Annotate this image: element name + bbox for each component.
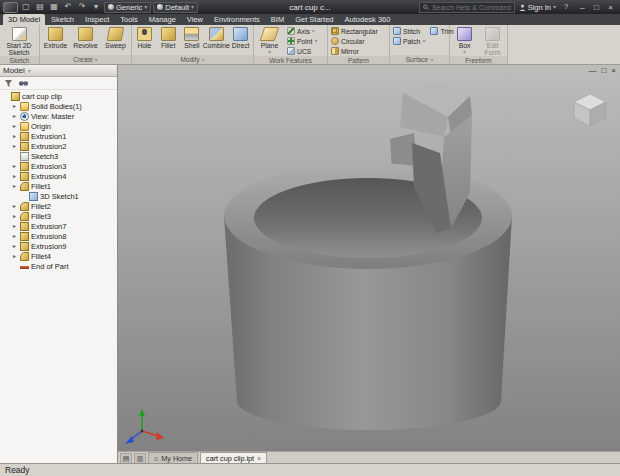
mirror-button[interactable]: Mirror — [329, 46, 380, 56]
button-label: Shell — [184, 42, 199, 49]
expand-arrow-icon[interactable]: ▸ — [11, 141, 18, 151]
sign-in-button[interactable]: Sign In ▾ — [519, 3, 556, 12]
ribbon-tab-manage[interactable]: Manage — [144, 14, 181, 25]
edit-form-button[interactable]: Edit Form — [479, 26, 506, 56]
revolve-button[interactable]: Revolve — [71, 26, 100, 49]
panel-label-surface[interactable]: Surface▾ — [390, 55, 449, 64]
material-select[interactable]: Generic ▾ — [104, 2, 151, 13]
redo-icon[interactable]: ↷ — [76, 1, 88, 13]
ribbon-tab-view[interactable]: View — [182, 14, 208, 25]
qat-customize-icon[interactable]: ▾ — [90, 1, 102, 13]
tab-list-icon[interactable]: ▥ — [134, 453, 146, 463]
tree-item[interactable]: ▸Fillet1 — [0, 181, 117, 191]
ribbon-tab-sketch[interactable]: Sketch — [46, 14, 79, 25]
direct-edit-icon — [233, 27, 248, 41]
start-2d-sketch-button[interactable]: Start 2D Sketch — [1, 26, 37, 56]
tree-item[interactable]: Sketch3 — [0, 151, 117, 161]
help-icon[interactable]: ? — [560, 1, 572, 13]
tree-item[interactable]: ▸Extrusion8 — [0, 231, 117, 241]
expand-arrow-icon[interactable]: ▸ — [11, 121, 18, 131]
freeform-box-button[interactable]: Box▾ — [451, 26, 478, 55]
panel-label-create[interactable]: Create▾ — [40, 55, 131, 64]
hole-button[interactable]: Hole — [133, 26, 156, 49]
button-label: Edit Form — [479, 42, 506, 56]
tree-item[interactable]: ▸View: Master — [0, 111, 117, 121]
tree-item[interactable]: cart cup clip — [0, 91, 117, 101]
fillet-button[interactable]: Fillet — [157, 26, 180, 49]
tree-item[interactable]: ▸Extrusion3 — [0, 161, 117, 171]
document-window-controls: — □ × — [588, 66, 616, 75]
tree-item[interactable]: ▸Extrusion7 — [0, 221, 117, 231]
expand-arrow-icon[interactable]: ▸ — [11, 181, 18, 191]
rectangular-pattern-button[interactable]: Rectangular — [329, 26, 380, 36]
ribbon-tab-get-started[interactable]: Get Started — [290, 14, 338, 25]
shell-button[interactable]: Shell — [181, 26, 204, 49]
expand-arrow-icon[interactable]: ▸ — [11, 101, 18, 111]
find-icon[interactable] — [18, 79, 29, 88]
help-search[interactable] — [419, 2, 515, 13]
tree-item[interactable]: ▸Fillet3 — [0, 211, 117, 221]
close-button[interactable]: × — [604, 2, 617, 13]
new-icon[interactable]: ▢ — [20, 1, 32, 13]
point-button[interactable]: Point▾ — [285, 36, 320, 46]
expand-arrow-icon[interactable]: ▸ — [11, 201, 18, 211]
ribbon-tab-bim[interactable]: BIM — [266, 14, 289, 25]
panel-label-text: Freeform — [465, 57, 491, 64]
open-icon[interactable]: ▤ — [34, 1, 46, 13]
sweep-button[interactable]: Sweep — [101, 26, 130, 49]
ribbon-tab-tools[interactable]: Tools — [115, 14, 143, 25]
expand-arrow-icon[interactable]: ▸ — [11, 231, 18, 241]
axis-button[interactable]: Axis▾ — [285, 26, 320, 36]
expand-arrow-icon[interactable]: ▸ — [11, 111, 18, 121]
tree-item[interactable]: End of Part — [0, 261, 117, 271]
ribbon-tab-autodesk-360[interactable]: Autodesk 360 — [340, 14, 396, 25]
extrude-button[interactable]: Extrude — [41, 26, 70, 49]
doc-close-button[interactable]: × — [611, 66, 616, 75]
undo-icon[interactable]: ↶ — [62, 1, 74, 13]
direct-button[interactable]: Direct — [229, 26, 252, 49]
ucs-button[interactable]: UCS — [285, 46, 320, 56]
tree-item[interactable]: ▸Origin — [0, 121, 117, 131]
viewport-3d[interactable]: — □ × — [118, 65, 620, 451]
expand-arrow-icon[interactable]: ▸ — [11, 211, 18, 221]
tree-item[interactable]: ▸Fillet2 — [0, 201, 117, 211]
panel-label-text: Pattern — [348, 57, 369, 64]
circular-pattern-button[interactable]: Circular — [329, 36, 380, 46]
browser-header[interactable]: Model ▾ — [0, 65, 117, 77]
expand-arrow-icon[interactable]: ▸ — [11, 221, 18, 231]
tree-item[interactable]: ▸Extrusion1 — [0, 131, 117, 141]
tab-cart-cup-clip[interactable]: cart cup clip.ipt × — [200, 452, 267, 463]
ribbon-tab-inspect[interactable]: Inspect — [80, 14, 114, 25]
tree-item[interactable]: ▸Extrusion4 — [0, 171, 117, 181]
close-tab-icon[interactable]: × — [257, 455, 261, 462]
tree-item[interactable]: 3D Sketch1 — [0, 191, 117, 201]
stitch-button[interactable]: Stitch — [391, 26, 427, 36]
minimize-button[interactable]: – — [576, 2, 589, 13]
plane-button[interactable]: Plane▾ — [255, 26, 284, 55]
button-label: Direct — [232, 42, 250, 49]
appearance-select[interactable]: Default ▾ — [153, 2, 198, 13]
doc-restore-button[interactable]: □ — [601, 66, 606, 75]
tab-my-home[interactable]: ⌂ My Home — [148, 452, 198, 463]
expand-arrow-icon[interactable]: ▸ — [11, 161, 18, 171]
tree-item[interactable]: ▸Extrusion2 — [0, 141, 117, 151]
maximize-button[interactable]: □ — [590, 2, 603, 13]
search-input[interactable] — [432, 4, 511, 11]
tree-item[interactable]: ▸Fillet4 — [0, 251, 117, 261]
expand-arrow-icon[interactable]: ▸ — [11, 171, 18, 181]
patch-button[interactable]: Patch▾ — [391, 36, 427, 46]
tree-item[interactable]: ▸Solid Bodies(1) — [0, 101, 117, 111]
expand-arrow-icon[interactable]: ▸ — [11, 251, 18, 261]
expand-arrow-icon[interactable]: ▸ — [11, 241, 18, 251]
tree-item[interactable]: ▸Extrusion9 — [0, 241, 117, 251]
expand-arrow-icon[interactable]: ▸ — [11, 131, 18, 141]
filter-icon[interactable] — [4, 79, 13, 88]
ribbon-tab-3d-model[interactable]: 3D Model — [3, 14, 45, 25]
panel-label-modify[interactable]: Modify▾ — [132, 55, 253, 64]
combine-button[interactable]: Combine — [204, 26, 228, 49]
doc-minimize-button[interactable]: — — [588, 66, 596, 75]
tab-grid-icon[interactable]: ▤ — [120, 453, 132, 463]
save-icon[interactable]: ▦ — [48, 1, 60, 13]
ribbon-tab-environments[interactable]: Environments — [209, 14, 265, 25]
application-menu-icon[interactable] — [3, 2, 18, 13]
